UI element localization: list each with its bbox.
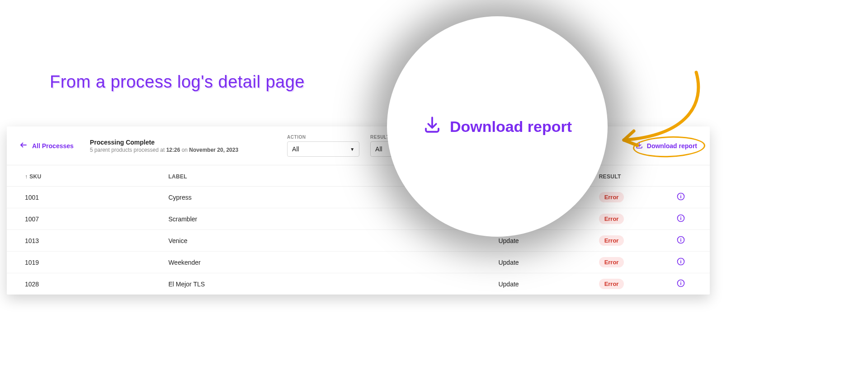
info-icon[interactable] [676, 235, 685, 244]
status-badge: Error [599, 279, 624, 289]
info-icon[interactable] [676, 192, 685, 201]
svg-point-12 [680, 260, 681, 261]
cell-sku: 1001 [7, 187, 150, 208]
select-action[interactable]: All ▼ [287, 141, 359, 157]
cell-label: El Mejor TLS [150, 273, 480, 295]
status-title: Processing Complete [90, 139, 238, 146]
download-icon [635, 141, 643, 150]
cell-sku: 1013 [7, 230, 150, 252]
cell-action: Update [480, 273, 580, 295]
table-row: 1013VeniceUpdateError [7, 230, 710, 252]
status-badge: Error [599, 214, 624, 224]
sort-asc-icon: ↑ [25, 173, 28, 180]
cell-info [658, 208, 710, 230]
info-icon[interactable] [676, 257, 685, 266]
svg-point-15 [680, 281, 681, 282]
status-subtitle: 5 parent products processed at 12:26 on … [90, 147, 238, 153]
cell-action: Update [480, 252, 580, 273]
cell-label: Weekender [150, 252, 480, 273]
cell-sku: 1019 [7, 252, 150, 273]
download-report-button[interactable]: Download report [635, 141, 697, 150]
table-row: 1007ScramblerUpdateError [7, 208, 710, 230]
svg-point-9 [680, 238, 681, 239]
table-row: 1028El Mejor TLSUpdateError [7, 273, 710, 295]
info-icon[interactable] [676, 214, 685, 223]
cell-sku: 1028 [7, 273, 150, 295]
cell-sku: 1007 [7, 208, 150, 230]
cell-info [658, 187, 710, 208]
annotation-title: From a process log's detail page [50, 72, 305, 92]
back-link-label: All Processes [32, 142, 74, 150]
cell-result: Error [581, 187, 658, 208]
cell-label: Venice [150, 230, 480, 252]
cell-result: Error [581, 208, 658, 230]
cell-result: Error [581, 252, 658, 273]
table-row: 1001CypressUpdateError [7, 187, 710, 208]
zoom-download-button: Download report [423, 115, 572, 138]
status-badge: Error [599, 192, 624, 202]
svg-point-3 [680, 195, 681, 196]
status-block: Processing Complete 5 parent products pr… [90, 139, 238, 153]
svg-point-6 [680, 216, 681, 217]
cell-info [658, 230, 710, 252]
column-header-sku[interactable]: ↑SKU [7, 165, 150, 187]
select-action-value: All [292, 145, 299, 153]
cell-info [658, 252, 710, 273]
table-row: 1019WeekenderUpdateError [7, 252, 710, 273]
select-result-value: All [375, 145, 382, 153]
filter-action-label: ACTION [287, 135, 359, 140]
download-report-label: Download report [647, 142, 697, 150]
status-badge: Error [599, 235, 624, 246]
cell-result: Error [581, 230, 658, 252]
process-log-table: ↑SKU LABEL ACTION RESULT 1001CypressUpda… [7, 165, 710, 295]
status-badge: Error [599, 257, 624, 267]
zoom-download-label: Download report [450, 118, 572, 136]
cell-info [658, 273, 710, 295]
filter-action: ACTION All ▼ [287, 135, 359, 157]
zoom-lens: Download report [389, 18, 606, 235]
arrow-left-icon [19, 141, 28, 150]
process-log-panel: All Processes Processing Complete 5 pare… [7, 126, 710, 295]
download-icon [423, 115, 442, 138]
info-icon[interactable] [676, 279, 685, 288]
caret-down-icon: ▼ [350, 147, 354, 152]
back-link-all-processes[interactable]: All Processes [19, 141, 74, 150]
cell-result: Error [581, 273, 658, 295]
